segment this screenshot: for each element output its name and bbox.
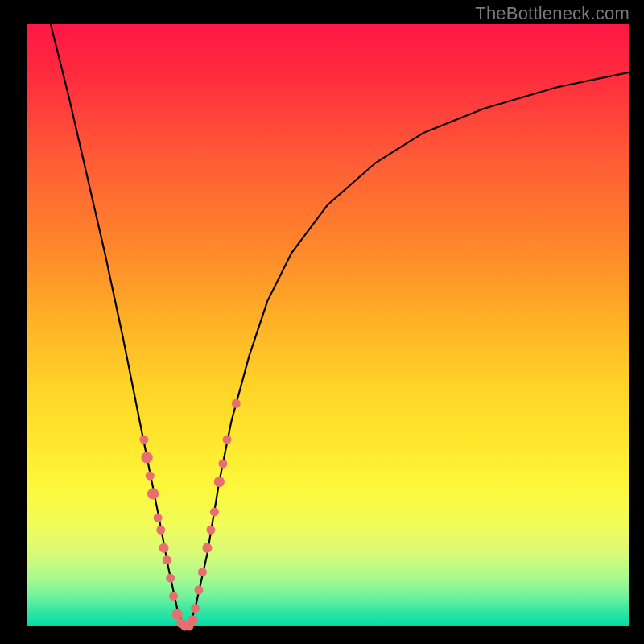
outer-frame: TheBottleneck.com	[0, 0, 644, 644]
data-point	[166, 574, 175, 583]
data-point	[141, 452, 152, 463]
data-point	[210, 507, 219, 516]
data-point	[154, 514, 163, 522]
data-point	[202, 543, 212, 553]
data-point	[146, 472, 155, 481]
data-point	[194, 586, 203, 595]
data-point	[169, 592, 178, 601]
data-point	[223, 436, 232, 444]
data-points-group	[139, 399, 240, 631]
data-point	[159, 543, 168, 553]
data-point	[218, 460, 227, 469]
bottleneck-curve	[51, 24, 629, 626]
data-point	[232, 399, 241, 408]
data-point	[191, 604, 200, 613]
data-point	[188, 615, 197, 625]
data-point	[156, 526, 165, 535]
data-point	[139, 436, 148, 444]
plot-area	[27, 24, 629, 626]
data-point	[198, 568, 207, 576]
data-point	[214, 477, 225, 487]
chart-svg	[27, 24, 629, 626]
data-point	[147, 488, 159, 499]
data-point	[206, 526, 215, 535]
watermark-text: TheBottleneck.com	[475, 3, 630, 24]
data-point	[171, 609, 182, 619]
data-point	[163, 555, 171, 564]
